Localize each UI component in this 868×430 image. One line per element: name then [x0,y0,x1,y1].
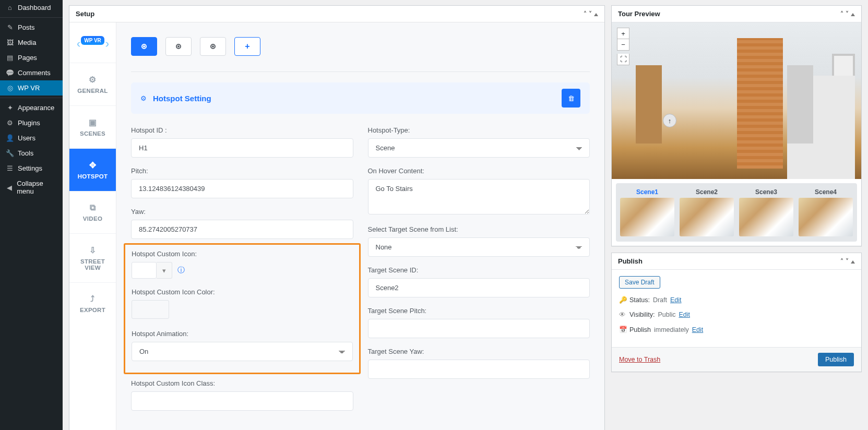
visibility-value: Public [658,311,675,318]
target-scene-id-input[interactable] [368,278,590,297]
video-icon: ⧉ [73,203,113,212]
chevron-up-icon[interactable]: ˄ [584,10,587,18]
scene-hotspot-marker[interactable]: ↑ [663,114,676,127]
plugin-icon: ⚙ [5,119,15,127]
nav-pages[interactable]: ▤Pages [0,50,63,65]
triangle-up-icon[interactable] [851,258,855,265]
hotspot-pager: + [131,37,590,56]
vertical-tabs: WP VR ⚙GENERAL ▣SCENES ✥HOTSPOT ⧉VIDEO ⇩… [69,22,116,430]
target-yaw-input[interactable] [368,360,590,379]
fullscreen-button[interactable]: ⛶ [617,54,629,65]
hover-content-input[interactable]: Go To Stairs [368,179,590,214]
calendar-icon: 📅 [619,326,626,333]
custom-icon-label: Hotspot Custom Icon: [132,250,353,258]
thumb-scene3[interactable]: Scene3 [739,188,793,236]
art-frame-icon [832,54,855,85]
vr-icon: ◎ [5,84,15,92]
tab-hotspot[interactable]: ✥HOTSPOT [69,148,116,191]
publish-button[interactable]: Publish [818,353,854,366]
triangle-up-icon[interactable] [594,10,598,18]
wpvr-logo: WP VR [69,22,116,63]
hotspot-page-2[interactable] [165,37,192,56]
panorama-viewer[interactable]: + − ⛶ ↑ [612,22,861,179]
info-icon[interactable]: ⓘ [177,266,185,275]
publish-panel: Publish ˄ ˅ Save Draft 🔑 Status: Draft E… [611,253,862,372]
target-pitch-label: Target Scene Pitch: [368,307,590,315]
tour-preview-title: Tour Preview [618,10,660,18]
animation-select[interactable]: On [132,342,353,361]
nav-wpvr[interactable]: ◎WP VR [0,80,63,95]
hotspot-type-select[interactable]: Scene [368,138,590,158]
nav-tools[interactable]: 🔧Tools [0,146,63,161]
nav-label: Appearance [18,104,54,112]
chevron-down-icon[interactable]: ˅ [846,10,849,18]
save-draft-button[interactable]: Save Draft [619,276,660,289]
gear-icon: ⚙ [140,94,147,102]
setup-title: Setup [76,10,94,18]
tour-preview-panel: Tour Preview ˄ ˅ + − ⛶ ↑ Scene1 [611,5,862,246]
sliders-icon: ☰ [5,164,15,172]
hotspot-id-input[interactable] [131,138,353,158]
edit-visibility-link[interactable]: Edit [679,311,690,318]
nav-dashboard[interactable]: ⌂Dashboard [0,0,63,15]
nav-label: Tools [18,149,33,157]
yaw-input[interactable] [131,220,353,239]
chevron-down-icon[interactable]: ˅ [846,258,849,265]
target-pitch-input[interactable] [368,319,590,338]
wp-admin-sidebar: ⌂Dashboard ✎Posts 🖼Media ▤Pages 💬Comment… [0,0,63,430]
tab-streetview[interactable]: ⇩STREET VIEW [69,233,116,282]
nav-plugins[interactable]: ⚙Plugins [0,115,63,130]
tab-general[interactable]: ⚙GENERAL [69,63,116,105]
edit-status-link[interactable]: Edit [670,296,682,304]
target-scene-list-label: Select Target Scene from List: [368,225,590,233]
nav-media[interactable]: 🖼Media [0,35,63,50]
hotspot-type-label: Hotspot-Type: [368,126,590,134]
dot-icon [210,44,216,49]
thumb-scene2[interactable]: Scene2 [680,188,734,236]
icon-picker-dropdown[interactable]: ▾ [157,262,172,279]
trash-icon: 🗑 [568,94,575,102]
tab-export[interactable]: ⤴EXPORT [69,282,116,325]
nav-appearance[interactable]: ✦Appearance [0,100,63,115]
target-scene-list-select[interactable]: None [368,237,590,257]
nav-users[interactable]: 👤Users [0,130,63,146]
nav-settings[interactable]: ☰Settings [0,161,63,176]
nav-label: Settings [18,164,42,172]
animation-label: Hotspot Animation: [132,330,353,338]
hotspot-id-label: Hotspot ID : [131,126,353,134]
nav-collapse[interactable]: ◀Collapse menu [0,176,63,199]
nav-comments[interactable]: 💬Comments [0,65,63,80]
custom-icon-color-label: Hotspot Custom Icon Color: [132,288,353,296]
wrench-icon: 🔧 [5,149,15,157]
publish-title: Publish [618,257,643,265]
thumb-scene1[interactable]: Scene1 [620,188,674,236]
icon-color-picker[interactable] [132,300,169,319]
setup-panel: Setup ˄ ˅ WP VR ⚙GENERAL ▣SCENES ✥HOTSPO… [69,5,605,430]
zoom-in-button[interactable]: + [617,28,629,39]
nav-label: Users [18,134,35,142]
custom-icon-class-input[interactable] [131,391,353,411]
image-icon: ▣ [73,117,113,127]
target-icon: ✥ [73,160,113,170]
zoom-out-button[interactable]: − [617,39,629,51]
tab-scenes[interactable]: ▣SCENES [69,105,116,148]
dot-icon [176,44,181,49]
hotspot-page-3[interactable] [200,37,226,56]
divider [131,71,590,72]
tab-video[interactable]: ⧉VIDEO [69,191,116,233]
tab-label: GENERAL [77,88,108,94]
delete-hotspot-button[interactable]: 🗑 [562,89,580,108]
hotspot-page-1[interactable] [131,37,157,56]
add-hotspot-button[interactable]: + [234,37,260,56]
hotspot-editor: + ⚙ Hotspot Setting 🗑 Hotspot ID : [116,22,604,430]
chevron-down-icon[interactable]: ˅ [589,10,592,18]
thumb-scene4[interactable]: Scene4 [799,188,853,236]
pitch-input[interactable] [131,179,353,198]
triangle-up-icon[interactable] [851,10,855,18]
edit-schedule-link[interactable]: Edit [692,326,704,333]
chevron-up-icon[interactable]: ˄ [840,10,843,18]
icon-picker-box[interactable] [132,262,157,279]
chevron-up-icon[interactable]: ˄ [840,258,843,265]
nav-posts[interactable]: ✎Posts [0,20,63,35]
move-to-trash-link[interactable]: Move to Trash [619,356,660,363]
